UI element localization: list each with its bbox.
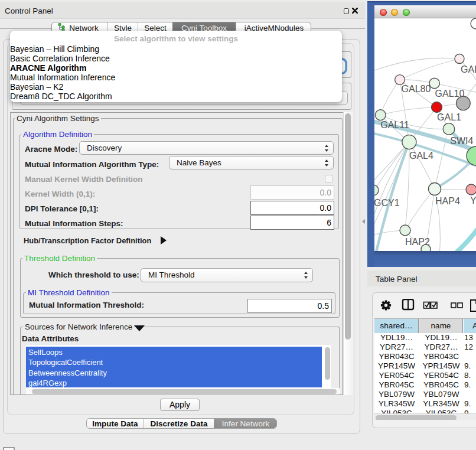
svg-text:GCY1: GCY1 [374, 198, 400, 208]
svg-text:GAL4: GAL4 [409, 151, 433, 161]
svg-text:HAP2: HAP2 [405, 237, 430, 247]
svg-text:HAP4: HAP4 [435, 196, 460, 206]
svg-text:SWI4: SWI4 [450, 136, 473, 146]
svg-text:GAL11: GAL11 [380, 120, 409, 130]
svg-text:GAL80: GAL80 [402, 84, 431, 94]
svg-text:GAL1: GAL1 [437, 112, 461, 122]
svg-text:GAL10: GAL10 [435, 89, 465, 99]
svg-text:Y: Y [470, 195, 476, 206]
svg-text:GAL7: GAL7 [461, 64, 476, 74]
